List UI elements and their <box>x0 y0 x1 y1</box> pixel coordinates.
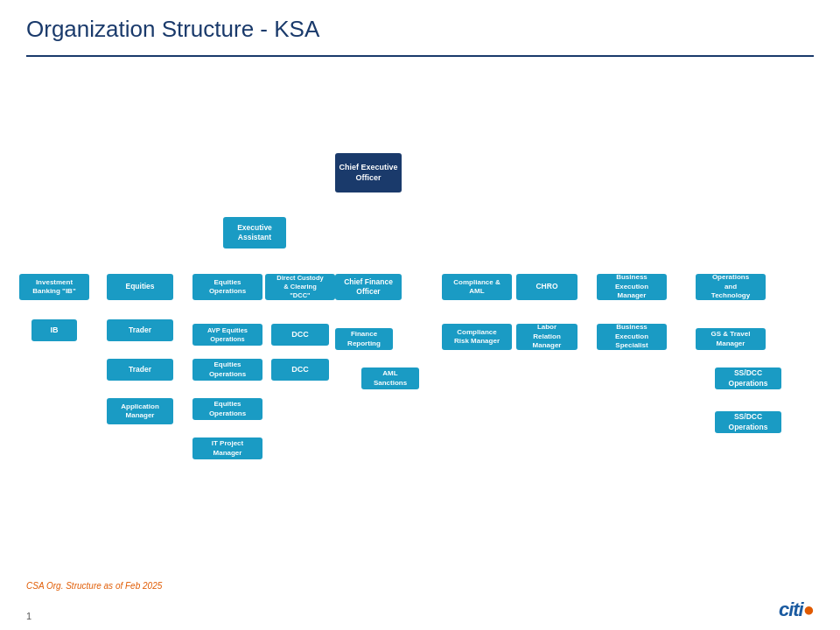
ceo-node: Chief ExecutiveOfficer <box>335 153 402 192</box>
cfo-node: Chief FinanceOfficer <box>335 274 402 300</box>
ib-node: InvestmentBanking "IB" <box>19 274 89 300</box>
ops-tech-node: OperationsandTechnology <box>696 274 766 300</box>
page-title: Organization Structure - KSA <box>26 16 814 43</box>
fin-rep-node: FinanceReporting <box>335 328 393 350</box>
dcc-title-node: Direct Custody& Clearing"DCC" <box>265 274 335 300</box>
ss-dcc1-node: SS/DCCOperations <box>715 368 781 389</box>
dcc1-node: DCC <box>271 324 329 346</box>
ss-dcc2-node: SS/DCCOperations <box>715 411 781 433</box>
footer-note: CSA Org. Structure as of Feb 2025 <box>26 581 162 591</box>
dcc2-node: DCC <box>271 359 329 381</box>
equities-node: Equities <box>107 274 173 300</box>
trader2-node: Trader <box>107 359 173 381</box>
page: Organization Structure - KSA <box>0 0 840 630</box>
trader1-node: Trader <box>107 319 173 341</box>
chro-node: CHRO <box>516 274 578 300</box>
labor-rel-node: LaborRelationManager <box>516 324 578 350</box>
gs-travel-node: GS & TravelManager <box>696 328 766 350</box>
org-chart: Chief ExecutiveOfficer ExecutiveAssistan… <box>0 57 840 66</box>
aml-sanc-node: AMLSanctions <box>361 368 419 389</box>
bus-spec-node: BusinessExecutionSpecialist <box>597 324 667 350</box>
eq-ops-node: EquitiesOperations <box>192 274 262 300</box>
app-mgr-node: ApplicationManager <box>107 398 173 424</box>
header: Organization Structure - KSA <box>0 0 840 50</box>
comp-risk-node: ComplianceRisk Manager <box>442 324 512 350</box>
compliance-node: Compliance &AML <box>442 274 512 300</box>
eq-ops3-node: EquitiesOperations <box>192 398 262 420</box>
ib-sub-node: IB <box>32 319 77 341</box>
connectors <box>0 57 840 66</box>
avp-eq-node: AVP EquitiesOperations <box>192 324 262 346</box>
bus-exec-node: BusinessExecutionManager <box>597 274 667 300</box>
exec-asst-node: ExecutiveAssistant <box>223 217 286 248</box>
page-number: 1 <box>26 611 32 621</box>
it-proj-node: IT ProjectManager <box>192 438 262 459</box>
citi-logo: citi● <box>779 598 814 621</box>
eq-ops2-node: EquitiesOperations <box>192 359 262 381</box>
